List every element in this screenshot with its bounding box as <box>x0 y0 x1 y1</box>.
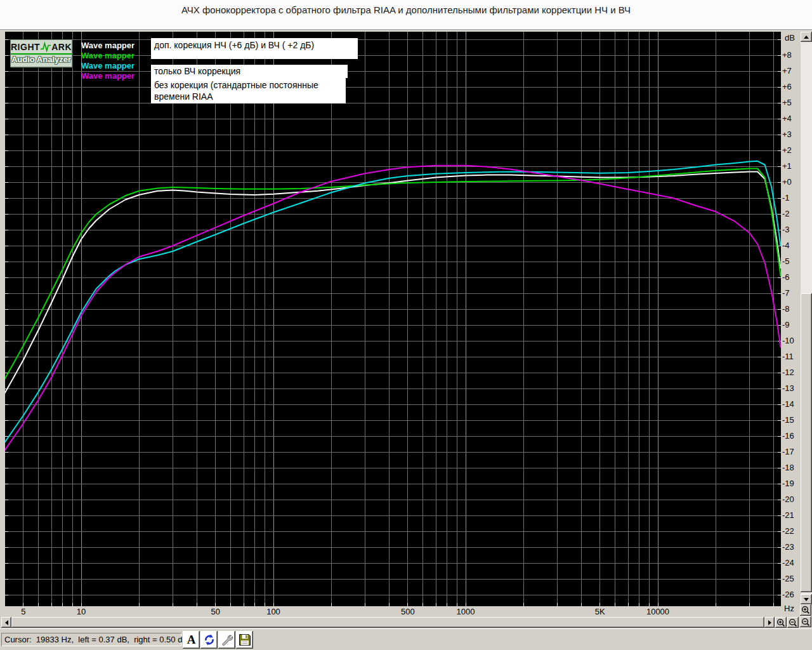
x-tick-label: 5 <box>21 607 25 616</box>
y-tick-label: +1 <box>782 161 792 171</box>
y-tick-label: -15 <box>782 415 794 425</box>
magnifier-minus-icon <box>789 618 797 627</box>
y-tick-label: -6 <box>782 272 790 282</box>
y-tick-label: -23 <box>782 542 794 552</box>
y-tick-label: -18 <box>782 463 794 472</box>
left-arrow-icon <box>5 620 8 625</box>
y-tick-label: +6 <box>782 82 792 91</box>
legend-item-magenta: Wave mapper <box>81 71 134 81</box>
vertical-zoom-in-button[interactable] <box>800 604 811 616</box>
x-tick-label: 500 <box>401 607 415 616</box>
x-tick-label: 1000 <box>457 607 475 616</box>
y-tick-label: +4 <box>782 114 792 123</box>
save-button[interactable] <box>236 631 253 649</box>
refresh-button[interactable] <box>200 631 218 649</box>
settings-button[interactable] <box>218 631 235 649</box>
waveform-icon <box>40 41 51 53</box>
y-tick-label: -2 <box>782 209 790 218</box>
rightmark-logo: RIGHT ARK Audio Analyzer <box>10 39 72 67</box>
y-tick-label: -17 <box>782 447 794 456</box>
y-tick-label: +5 <box>782 98 792 107</box>
vertical-scrollbar-thumb[interactable] <box>801 293 812 592</box>
down-arrow-icon <box>804 598 809 601</box>
y-tick-label: -22 <box>782 526 794 536</box>
series-white <box>5 172 780 394</box>
y-tick-label: -24 <box>782 558 794 567</box>
y-tick-label: -14 <box>782 399 794 409</box>
x-axis-unit-label: Hz <box>784 604 794 613</box>
x-tick-label: 100 <box>266 607 280 616</box>
scroll-left-button[interactable] <box>1 617 11 628</box>
series-cyan <box>5 161 780 442</box>
y-tick-label: +7 <box>782 66 792 76</box>
logo-word-left: RIGHT <box>11 42 40 52</box>
y-tick-label: +0 <box>782 177 792 187</box>
legend-item-green: Wave mapper <box>81 51 134 61</box>
page-title: АЧХ фонокорректора с обратного фильтра R… <box>0 0 812 15</box>
y-tick-label: -4 <box>782 241 790 250</box>
rmaa-frequency-response-window: { "title": "АЧХ фонокорректора с обратно… <box>0 0 812 650</box>
y-tick-label: -11 <box>782 352 794 361</box>
refresh-icon <box>203 633 216 646</box>
x-tick-label: 5K <box>595 607 605 616</box>
y-axis-unit-label: dB <box>785 33 795 43</box>
y-tick-label: -10 <box>782 336 794 345</box>
status-bar: Cursor: 19833 Hz, left = 0.37 dB, right … <box>0 628 812 650</box>
right-arrow-icon <box>768 620 771 625</box>
horizontal-zoom-in-button[interactable] <box>775 617 787 628</box>
scroll-down-button[interactable] <box>801 594 812 604</box>
annotation-hf-only-correction: только ВЧ коррекция <box>151 65 348 78</box>
annotation-lf-hf-correction: доп. корекция НЧ (+6 дБ) и ВЧ ( +2 дБ) <box>151 38 358 59</box>
plot-canvas <box>5 32 781 606</box>
y-tick-label: -7 <box>782 288 790 298</box>
save-icon <box>239 633 251 646</box>
horizontal-scrollbar[interactable] <box>1 617 775 628</box>
magnifier-plus-icon <box>801 606 810 614</box>
series-magenta <box>5 166 780 451</box>
annotation-no-correction-riaa: без корекция (стандартные постоянные вре… <box>151 78 346 103</box>
x-tick-label: 10000 <box>646 607 669 616</box>
y-tick-label: -21 <box>782 510 794 520</box>
scroll-right-button[interactable] <box>764 617 775 628</box>
y-tick-label: -25 <box>782 574 794 583</box>
scroll-up-button[interactable] <box>801 32 812 42</box>
y-tick-label: -1 <box>782 193 790 202</box>
cursor-readout: Cursor: 19833 Hz, left = 0.37 dB, right … <box>1 633 181 646</box>
logo-subtitle: Audio Analyzer <box>11 55 72 65</box>
y-tick-label: -3 <box>782 225 790 234</box>
y-tick-label: +3 <box>782 129 792 139</box>
y-tick-label: -26 <box>782 590 794 599</box>
series-green <box>5 169 780 380</box>
wrench-icon <box>221 633 233 646</box>
x-tick-label: 10 <box>77 607 86 616</box>
y-tick-label: +2 <box>782 145 792 155</box>
up-arrow-icon <box>804 36 809 39</box>
logo-top-row: RIGHT ARK <box>11 40 72 55</box>
y-tick-label: -8 <box>782 304 790 314</box>
y-tick-label: -13 <box>782 383 794 393</box>
magnifier-minus-icon <box>801 618 810 627</box>
y-tick-label: +8 <box>782 50 792 60</box>
legend-item-cyan: Wave mapper <box>81 61 134 71</box>
horizontal-scrollbar-thumb[interactable] <box>11 617 764 628</box>
y-tick-label: -19 <box>782 479 794 488</box>
font-button[interactable]: A <box>183 631 200 649</box>
title-area: АЧХ фонокорректора с обратного фильтра R… <box>0 0 812 29</box>
y-tick-label: -5 <box>782 256 790 266</box>
y-tick-label: -20 <box>782 494 794 504</box>
magnifier-plus-icon <box>776 618 785 627</box>
frequency-response-plot[interactable]: RIGHT ARK Audio Analyzer Wave mapper Wav… <box>5 32 781 606</box>
vertical-zoom-out-button[interactable] <box>800 616 811 627</box>
y-tick-label: -12 <box>782 368 794 377</box>
vertical-scrollbar[interactable] <box>801 32 812 604</box>
y-tick-label: -16 <box>782 431 794 441</box>
legend: Wave mapper Wave mapper Wave mapper Wave… <box>81 41 134 81</box>
y-tick-label: -9 <box>782 320 790 329</box>
legend-item-white: Wave mapper <box>81 41 134 51</box>
x-tick-label: 50 <box>211 607 220 616</box>
horizontal-zoom-out-button[interactable] <box>787 617 799 628</box>
logo-word-right: ARK <box>51 42 72 52</box>
